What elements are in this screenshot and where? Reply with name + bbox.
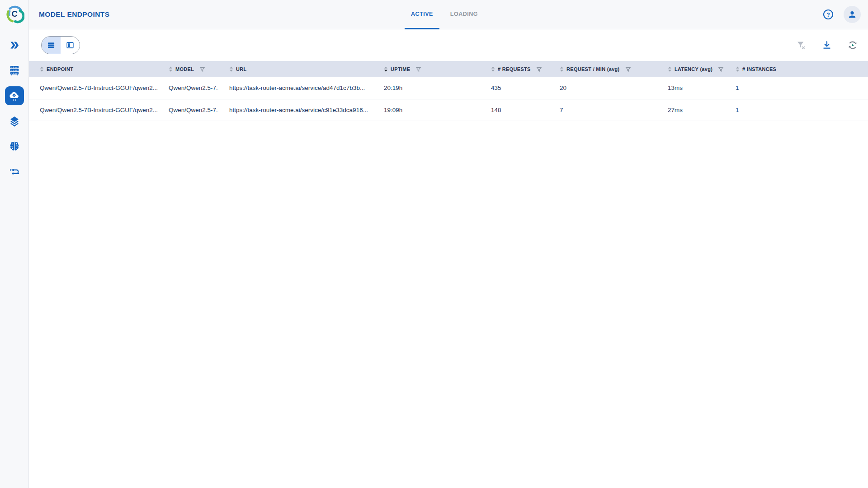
filter-icon[interactable] [718,66,724,72]
sort-icon[interactable] [560,66,564,72]
sidebar-item-model-endpoints[interactable] [5,86,24,105]
sort-icon[interactable] [169,66,173,72]
column-header-requests[interactable]: # REQUESTS [480,61,549,77]
list-view-button[interactable] [42,37,61,54]
toolbar-actions [794,29,860,61]
sidebar-item-models[interactable] [4,136,25,157]
sidebar-item-expand[interactable] [4,35,25,56]
cell-url: https://task-router-acme.ai/service/ad47… [218,77,373,99]
sort-icon[interactable] [40,66,44,72]
column-label: URL [236,66,247,72]
help-icon: ? [822,9,834,20]
download-button[interactable] [820,38,834,52]
cell-model: Qwen/Qwen2.5-7... [158,77,218,99]
brain-icon [9,141,20,152]
column-header-url[interactable]: URL [218,61,373,77]
app-logo[interactable]: C [5,4,24,24]
filter-icon[interactable] [415,66,421,72]
help-button[interactable]: ? [821,7,835,22]
cell-endpoint: Qwen/Qwen2.5-7B-Instruct-GGUF/qwen2... [29,77,158,99]
logo-icon: C [5,4,24,24]
sort-icon[interactable] [736,66,740,72]
column-label: UPTIME [391,66,410,72]
cell-uptime: 19:09h [373,99,480,121]
sort-desc-icon[interactable] [384,66,388,72]
layers-icon [9,115,20,127]
refresh-play-icon [847,39,859,51]
download-icon [821,40,832,51]
column-header-model[interactable]: MODEL [158,61,218,77]
cell-requests: 148 [480,99,549,121]
column-header-instances[interactable]: # INSTANCES [725,61,868,77]
sort-icon[interactable] [491,66,495,72]
tab-active[interactable]: ACTIVE [405,0,439,29]
server-rack-icon [9,65,20,76]
column-label: ENDPOINT [47,66,73,72]
filter-icon[interactable] [199,66,205,72]
cell-endpoint: Qwen/Qwen2.5-7B-Instruct-GGUF/qwen2... [29,99,158,121]
card-view-button[interactable] [61,37,80,54]
cell-request-per-min: 7 [549,99,657,121]
sidebar-item-layers[interactable] [4,111,25,131]
person-icon [847,9,858,20]
route-icon [9,166,20,178]
sort-icon[interactable] [668,66,672,72]
filter-icon[interactable] [625,66,631,72]
sidebar-item-pipelines[interactable] [4,161,25,182]
svg-text:?: ? [826,12,830,18]
sidebar: C [0,0,29,488]
column-label: # INSTANCES [742,66,776,72]
sort-icon[interactable] [229,66,233,72]
filter-off-icon [796,40,807,51]
cell-uptime: 20:19h [373,77,480,99]
cell-requests: 435 [480,77,549,99]
clear-filters-button[interactable] [794,38,808,52]
view-mode-toggle [41,36,80,54]
topbar-actions: ? [821,6,861,23]
sidebar-nav [0,35,28,182]
table-rows-icon [47,41,56,50]
cell-latency: 13ms [657,77,725,99]
sidebar-item-compute[interactable] [4,60,25,81]
table-row[interactable]: Qwen/Qwen2.5-7B-Instruct-GGUF/qwen2... Q… [29,77,868,99]
column-label: REQUEST / MIN (avg) [566,66,620,72]
column-header-uptime[interactable]: UPTIME [373,61,480,77]
column-label: # REQUESTS [498,66,531,72]
cell-model: Qwen/Qwen2.5-7... [158,99,218,121]
page-title: MODEL ENDPOINTS [39,10,109,19]
user-avatar[interactable] [844,6,861,23]
topbar: MODEL ENDPOINTS ACTIVE LOADING ? [29,0,868,29]
cell-request-per-min: 20 [549,77,657,99]
cell-url: https://task-router-acme.ai/service/c91e… [218,99,373,121]
cell-latency: 27ms [657,99,725,121]
tab-loading[interactable]: LOADING [444,0,484,29]
cell-instances: 1 [725,77,868,99]
column-header-request-per-min[interactable]: REQUEST / MIN (avg) [549,61,657,77]
cell-instances: 1 [725,99,868,121]
column-label: LATENCY (avg) [675,66,712,72]
filter-icon[interactable] [536,66,542,72]
cloud-gear-icon [9,90,20,102]
table-header: ENDPOINT MODEL [29,61,868,77]
side-panel-icon [66,41,75,50]
column-header-latency[interactable]: LATENCY (avg) [657,61,725,77]
table-row[interactable]: Qwen/Qwen2.5-7B-Instruct-GGUF/qwen2... Q… [29,99,868,121]
main-content: ENDPOINT MODEL [29,29,868,121]
column-label: MODEL [175,66,194,72]
double-arrow-icon [9,39,20,51]
tab-bar: ACTIVE LOADING [405,0,484,29]
column-header-endpoint[interactable]: ENDPOINT [29,61,158,77]
auto-refresh-button[interactable] [845,38,860,52]
endpoints-table: ENDPOINT MODEL [29,61,868,121]
svg-text:C: C [11,9,17,19]
toolbar [29,29,868,61]
